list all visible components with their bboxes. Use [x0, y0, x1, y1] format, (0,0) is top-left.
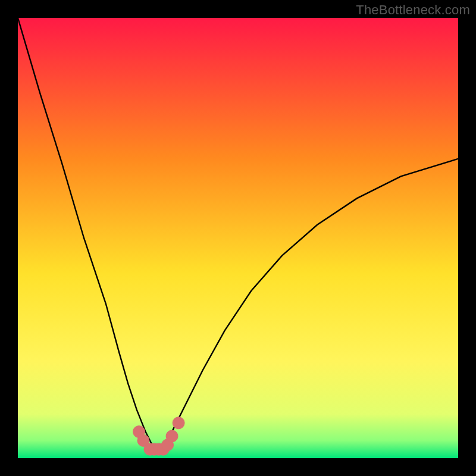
- chart-frame: TheBottleneck.com: [0, 0, 476, 476]
- bottleneck-curve-svg: [18, 18, 458, 458]
- watermark-text: TheBottleneck.com: [356, 2, 470, 18]
- curve-marker: [173, 417, 184, 429]
- bottleneck-curve: [18, 18, 458, 449]
- curve-marker: [166, 430, 178, 442]
- plot-area: [18, 18, 458, 458]
- marker-group: [133, 417, 185, 455]
